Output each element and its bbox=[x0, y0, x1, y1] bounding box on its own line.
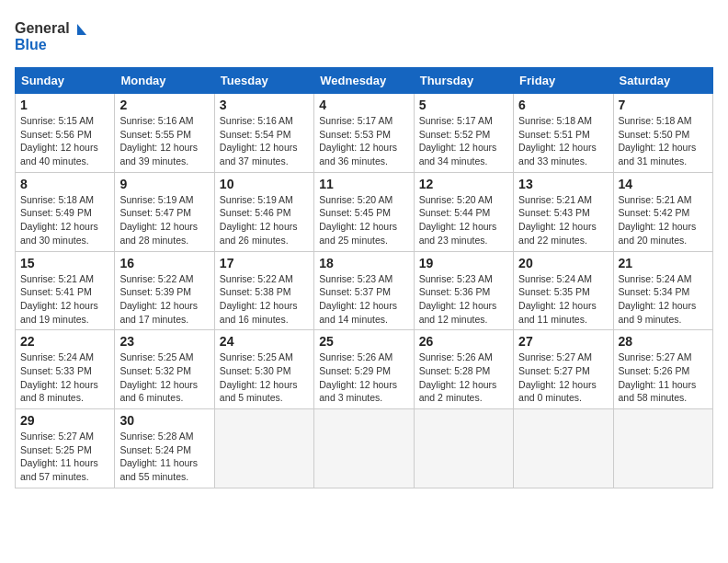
day-number: 24 bbox=[220, 334, 309, 349]
calendar-cell: 18Sunrise: 5:23 AMSunset: 5:37 PMDayligh… bbox=[314, 251, 414, 330]
calendar-cell: 5Sunrise: 5:17 AMSunset: 5:52 PMDaylight… bbox=[414, 94, 513, 173]
day-info: Sunrise: 5:17 AMSunset: 5:53 PMDaylight:… bbox=[319, 114, 408, 168]
day-info: Sunrise: 5:15 AMSunset: 5:56 PMDaylight:… bbox=[20, 114, 109, 168]
day-header-wednesday: Wednesday bbox=[314, 68, 414, 94]
day-info: Sunrise: 5:22 AMSunset: 5:38 PMDaylight:… bbox=[220, 272, 309, 327]
calendar-cell: 9Sunrise: 5:19 AMSunset: 5:47 PMDaylight… bbox=[115, 172, 214, 251]
day-number: 25 bbox=[319, 334, 408, 349]
calendar-cell: 2Sunrise: 5:16 AMSunset: 5:55 PMDaylight… bbox=[115, 94, 214, 173]
day-info: Sunrise: 5:23 AMSunset: 5:36 PMDaylight:… bbox=[419, 272, 508, 327]
page-header: GeneralBlue bbox=[15, 15, 713, 56]
day-info: Sunrise: 5:27 AMSunset: 5:26 PMDaylight:… bbox=[619, 350, 708, 405]
calendar-cell: 8Sunrise: 5:18 AMSunset: 5:49 PMDaylight… bbox=[16, 172, 115, 251]
svg-text:General: General bbox=[15, 20, 70, 36]
day-header-thursday: Thursday bbox=[414, 68, 513, 94]
calendar-cell: 14Sunrise: 5:21 AMSunset: 5:42 PMDayligh… bbox=[613, 172, 712, 251]
day-number: 16 bbox=[119, 256, 209, 270]
day-number: 18 bbox=[319, 256, 408, 270]
day-info: Sunrise: 5:19 AMSunset: 5:46 PMDaylight:… bbox=[220, 193, 309, 247]
day-info: Sunrise: 5:28 AMSunset: 5:24 PMDaylight:… bbox=[119, 430, 209, 484]
day-info: Sunrise: 5:23 AMSunset: 5:37 PMDaylight:… bbox=[319, 272, 408, 327]
day-number: 26 bbox=[419, 334, 508, 349]
logo: GeneralBlue bbox=[15, 15, 88, 56]
calendar-cell: 24Sunrise: 5:25 AMSunset: 5:30 PMDayligh… bbox=[214, 330, 313, 409]
calendar-cell: 4Sunrise: 5:17 AMSunset: 5:53 PMDaylight… bbox=[314, 94, 414, 173]
day-number: 1 bbox=[20, 98, 109, 112]
day-number: 15 bbox=[20, 256, 109, 270]
day-info: Sunrise: 5:21 AMSunset: 5:43 PMDaylight:… bbox=[518, 193, 608, 247]
calendar-week-row: 29Sunrise: 5:27 AMSunset: 5:25 PMDayligh… bbox=[16, 409, 713, 488]
logo-svg: GeneralBlue bbox=[15, 15, 88, 56]
day-number: 19 bbox=[419, 256, 508, 270]
calendar-cell: 3Sunrise: 5:16 AMSunset: 5:54 PMDaylight… bbox=[214, 94, 313, 173]
day-header-tuesday: Tuesday bbox=[214, 68, 313, 94]
calendar-header-row: SundayMondayTuesdayWednesdayThursdayFrid… bbox=[16, 68, 713, 94]
day-info: Sunrise: 5:18 AMSunset: 5:50 PMDaylight:… bbox=[619, 114, 708, 168]
day-number: 22 bbox=[20, 334, 109, 349]
calendar-cell: 29Sunrise: 5:27 AMSunset: 5:25 PMDayligh… bbox=[16, 409, 115, 488]
day-info: Sunrise: 5:25 AMSunset: 5:30 PMDaylight:… bbox=[220, 350, 309, 405]
day-number: 2 bbox=[119, 98, 209, 112]
day-number: 21 bbox=[619, 256, 708, 270]
day-number: 5 bbox=[419, 98, 508, 112]
day-number: 28 bbox=[619, 334, 708, 349]
day-header-sunday: Sunday bbox=[16, 68, 115, 94]
day-info: Sunrise: 5:20 AMSunset: 5:44 PMDaylight:… bbox=[419, 193, 508, 247]
day-header-friday: Friday bbox=[514, 68, 613, 94]
calendar-cell bbox=[514, 409, 613, 488]
day-info: Sunrise: 5:18 AMSunset: 5:49 PMDaylight:… bbox=[20, 193, 109, 247]
day-number: 7 bbox=[619, 98, 708, 112]
calendar-cell bbox=[214, 409, 313, 488]
day-number: 20 bbox=[518, 256, 608, 270]
day-info: Sunrise: 5:27 AMSunset: 5:27 PMDaylight:… bbox=[518, 350, 608, 405]
day-info: Sunrise: 5:21 AMSunset: 5:42 PMDaylight:… bbox=[619, 193, 708, 247]
day-number: 17 bbox=[220, 256, 309, 270]
calendar-cell: 17Sunrise: 5:22 AMSunset: 5:38 PMDayligh… bbox=[214, 251, 313, 330]
day-info: Sunrise: 5:18 AMSunset: 5:51 PMDaylight:… bbox=[518, 114, 608, 168]
calendar-cell: 19Sunrise: 5:23 AMSunset: 5:36 PMDayligh… bbox=[414, 251, 513, 330]
calendar-week-row: 22Sunrise: 5:24 AMSunset: 5:33 PMDayligh… bbox=[16, 330, 713, 409]
day-number: 6 bbox=[518, 98, 608, 112]
day-info: Sunrise: 5:21 AMSunset: 5:41 PMDaylight:… bbox=[20, 272, 109, 327]
calendar-week-row: 8Sunrise: 5:18 AMSunset: 5:49 PMDaylight… bbox=[16, 172, 713, 251]
day-info: Sunrise: 5:22 AMSunset: 5:39 PMDaylight:… bbox=[119, 272, 209, 327]
calendar-cell bbox=[414, 409, 513, 488]
calendar-cell: 23Sunrise: 5:25 AMSunset: 5:32 PMDayligh… bbox=[115, 330, 214, 409]
day-info: Sunrise: 5:24 AMSunset: 5:34 PMDaylight:… bbox=[619, 272, 708, 327]
calendar-cell: 12Sunrise: 5:20 AMSunset: 5:44 PMDayligh… bbox=[414, 172, 513, 251]
calendar-table: SundayMondayTuesdayWednesdayThursdayFrid… bbox=[15, 67, 713, 488]
day-number: 23 bbox=[119, 334, 209, 349]
day-info: Sunrise: 5:27 AMSunset: 5:25 PMDaylight:… bbox=[20, 430, 109, 484]
calendar-cell: 7Sunrise: 5:18 AMSunset: 5:50 PMDaylight… bbox=[613, 94, 712, 173]
day-info: Sunrise: 5:26 AMSunset: 5:28 PMDaylight:… bbox=[419, 350, 508, 405]
calendar-week-row: 1Sunrise: 5:15 AMSunset: 5:56 PMDaylight… bbox=[16, 94, 713, 173]
day-number: 29 bbox=[20, 413, 109, 428]
day-number: 13 bbox=[518, 177, 608, 191]
calendar-cell: 11Sunrise: 5:20 AMSunset: 5:45 PMDayligh… bbox=[314, 172, 414, 251]
calendar-cell: 22Sunrise: 5:24 AMSunset: 5:33 PMDayligh… bbox=[16, 330, 115, 409]
day-number: 11 bbox=[319, 177, 408, 191]
day-info: Sunrise: 5:26 AMSunset: 5:29 PMDaylight:… bbox=[319, 350, 408, 405]
day-number: 3 bbox=[220, 98, 309, 112]
calendar-cell: 1Sunrise: 5:15 AMSunset: 5:56 PMDaylight… bbox=[16, 94, 115, 173]
calendar-week-row: 15Sunrise: 5:21 AMSunset: 5:41 PMDayligh… bbox=[16, 251, 713, 330]
calendar-cell: 10Sunrise: 5:19 AMSunset: 5:46 PMDayligh… bbox=[214, 172, 313, 251]
calendar-cell: 21Sunrise: 5:24 AMSunset: 5:34 PMDayligh… bbox=[613, 251, 712, 330]
calendar-cell bbox=[613, 409, 712, 488]
day-header-monday: Monday bbox=[115, 68, 214, 94]
calendar-cell: 16Sunrise: 5:22 AMSunset: 5:39 PMDayligh… bbox=[115, 251, 214, 330]
day-info: Sunrise: 5:16 AMSunset: 5:54 PMDaylight:… bbox=[220, 114, 309, 168]
day-number: 27 bbox=[518, 334, 608, 349]
day-info: Sunrise: 5:24 AMSunset: 5:33 PMDaylight:… bbox=[20, 350, 109, 405]
day-number: 9 bbox=[119, 177, 209, 191]
day-info: Sunrise: 5:25 AMSunset: 5:32 PMDaylight:… bbox=[119, 350, 209, 405]
day-number: 8 bbox=[20, 177, 109, 191]
svg-text:Blue: Blue bbox=[15, 37, 47, 52]
calendar-cell: 26Sunrise: 5:26 AMSunset: 5:28 PMDayligh… bbox=[414, 330, 513, 409]
calendar-cell: 27Sunrise: 5:27 AMSunset: 5:27 PMDayligh… bbox=[514, 330, 613, 409]
day-info: Sunrise: 5:20 AMSunset: 5:45 PMDaylight:… bbox=[319, 193, 408, 247]
day-number: 12 bbox=[419, 177, 508, 191]
day-number: 4 bbox=[319, 98, 408, 112]
calendar-cell: 20Sunrise: 5:24 AMSunset: 5:35 PMDayligh… bbox=[514, 251, 613, 330]
calendar-cell: 15Sunrise: 5:21 AMSunset: 5:41 PMDayligh… bbox=[16, 251, 115, 330]
